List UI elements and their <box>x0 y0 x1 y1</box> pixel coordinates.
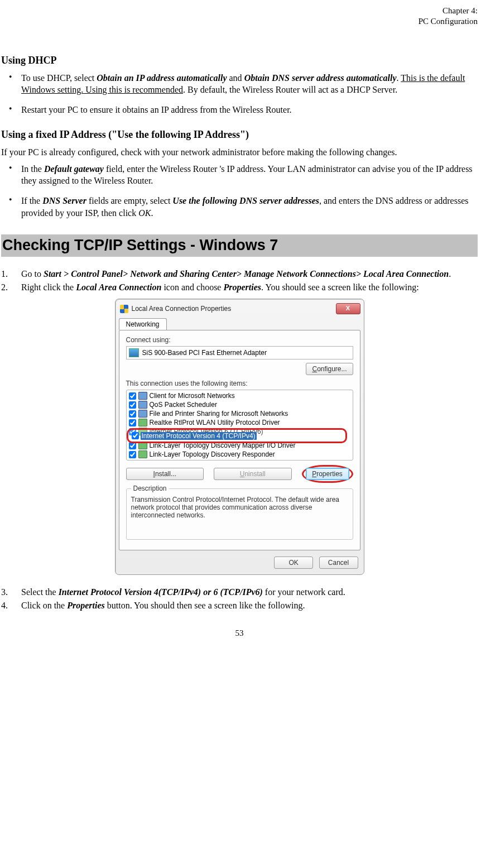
text: fields are empty, select <box>86 196 172 205</box>
service-icon <box>138 392 147 400</box>
highlight-ellipse: Properties <box>302 465 353 483</box>
items-label: This connection uses the following items… <box>126 380 353 387</box>
text: roperties <box>316 470 343 478</box>
dialog-footer: OK Cancel <box>116 551 364 574</box>
item-label: Link-Layer Topology Discovery Responder <box>150 450 350 458</box>
nic-icon <box>129 348 139 357</box>
list-item[interactable]: Client for Microsoft Networks <box>127 391 353 400</box>
text: and <box>227 73 244 83</box>
list-item: To use DHCP, select Obtain an IP address… <box>1 72 478 96</box>
step-number: 1. <box>1 268 18 280</box>
steps-list: 1. Go to Start > Control Panel> Network … <box>1 268 478 293</box>
using-fixed-ip-heading: Using a fixed IP Address ("Use the follo… <box>1 129 478 141</box>
step-number: 2. <box>1 281 18 294</box>
text: Right click the <box>21 282 76 292</box>
steps-list-continued: 3. Select the Internet Protocol Version … <box>1 586 478 611</box>
item-checkbox[interactable] <box>129 392 136 400</box>
text: P <box>312 470 316 478</box>
text: If the <box>21 196 42 205</box>
item-label: QoS Packet Scheduler <box>150 401 350 409</box>
item-label: Realtke RtlProt WLAN Utility Protocol Dr… <box>150 419 350 426</box>
list-item: 1. Go to Start > Control Panel> Network … <box>1 268 478 280</box>
tab-pane: Connect using: SiS 900-Based PCI Fast Et… <box>119 330 360 550</box>
text: Obtain an IP address automatically <box>97 73 227 83</box>
fixed-ip-intro: If your PC is already configured, check … <box>1 146 478 159</box>
ok-button[interactable]: OK <box>274 557 313 569</box>
dialog-figure: Local Area Connection Properties X Netwo… <box>1 299 478 575</box>
item-label[interactable]: Internet Protocol Version 4 (TCP/IPv4) <box>141 432 257 440</box>
fixed-ip-bullets: In the Default gateway field, enter the … <box>1 163 478 219</box>
text: Properties <box>67 601 105 610</box>
using-dhcp-heading: Using DHCP <box>1 55 478 66</box>
text: C <box>312 365 317 373</box>
close-button[interactable]: X <box>336 303 360 314</box>
properties-dialog: Local Area Connection Properties X Netwo… <box>115 299 364 575</box>
configure-button[interactable]: Configure... <box>306 363 353 375</box>
text: Click on the <box>21 601 67 610</box>
uninstall-button[interactable]: Uninstall <box>214 468 292 480</box>
text: To use DHCP, select <box>21 73 97 83</box>
item-buttons: Install... Uninstall Properties <box>126 465 353 483</box>
text: Internet Protocol Version 4(TCP/IPv4) or… <box>59 587 263 597</box>
text: DNS Server <box>42 196 86 205</box>
shield-icon <box>120 305 128 313</box>
text: . By default, the Wireless Router will a… <box>183 85 397 94</box>
service-icon <box>138 410 147 418</box>
highlight-box: Internet Protocol Version 4 (TCP/IPv4) <box>127 428 347 443</box>
list-item[interactable]: File and Printer Sharing for Microsoft N… <box>127 409 353 418</box>
item-label: Client for Microsoft Networks <box>150 392 350 400</box>
properties-button[interactable]: Properties <box>306 468 349 480</box>
text: ninstall <box>244 470 265 478</box>
connect-using-label: Connect using: <box>126 336 353 344</box>
dhcp-bullets: To use DHCP, select Obtain an IP address… <box>1 72 478 116</box>
connection-items-list[interactable]: Client for Microsoft Networks QoS Packet… <box>126 390 353 461</box>
checking-tcpip-heading: Checking TCP/IP Settings - Windows 7 <box>1 234 478 257</box>
list-item[interactable]: Link-Layer Topology Discovery Responder <box>127 450 353 459</box>
item-checkbox[interactable] <box>129 401 136 409</box>
list-item: Restart your PC to ensure it obtains an … <box>1 104 478 116</box>
text: Restart your PC to ensure it obtains an … <box>21 105 292 114</box>
text: . You should see a screen like the follo… <box>261 282 419 292</box>
item-checkbox[interactable] <box>129 451 136 458</box>
list-item[interactable]: Realtke RtlProt WLAN Utility Protocol Dr… <box>127 418 353 427</box>
text: In the <box>21 164 44 174</box>
page-number: 53 <box>1 629 478 638</box>
item-checkbox[interactable] <box>129 410 136 418</box>
chapter-subtitle: PC Configuration <box>1 16 478 27</box>
list-item[interactable]: QoS Packet Scheduler <box>127 400 353 409</box>
tab-strip: Networking <box>119 318 364 330</box>
list-item: In the Default gateway field, enter the … <box>1 163 478 187</box>
text: Start > Control Panel> Network and Shari… <box>44 269 449 279</box>
text: OK <box>138 208 151 218</box>
text: Obtain DNS server address automatically <box>244 73 397 83</box>
description-text: Transmission Control Protocol/Internet P… <box>131 496 348 519</box>
text: Properties <box>223 282 261 292</box>
text: Use the following DNS server addresses <box>172 196 319 205</box>
tab-networking[interactable]: Networking <box>119 318 167 330</box>
adapter-name: SiS 900-Based PCI Fast Ethernet Adapter <box>142 349 267 357</box>
list-item: 4. Click on the Properties button. You s… <box>1 600 478 612</box>
item-checkbox[interactable] <box>132 432 139 439</box>
dialog-title: Local Area Connection Properties <box>132 305 336 313</box>
page-header: Chapter 4: PC Configuration <box>1 6 478 27</box>
text: Go to <box>21 269 44 279</box>
text: . <box>151 208 153 218</box>
adapter-box[interactable]: SiS 900-Based PCI Fast Ethernet Adapter <box>126 346 353 359</box>
step-number: 3. <box>1 586 18 598</box>
text: nstall... <box>155 470 176 478</box>
cancel-button[interactable]: Cancel <box>319 557 358 569</box>
chapter-line: Chapter 4: <box>1 6 478 16</box>
text: button. You should then see a screen lik… <box>105 601 305 610</box>
list-item: If the DNS Server fields are empty, sele… <box>1 195 478 219</box>
text: . <box>449 269 451 279</box>
description-box: Description Transmission Control Protoco… <box>126 488 353 540</box>
text: icon and choose <box>161 282 223 292</box>
install-button[interactable]: Install... <box>126 468 204 480</box>
text: Default gateway <box>44 164 104 174</box>
service-icon <box>138 401 147 409</box>
item-label: File and Printer Sharing for Microsoft N… <box>150 410 350 418</box>
step-number: 4. <box>1 600 18 612</box>
text: Select the <box>21 587 59 597</box>
text: onfigure... <box>317 365 347 373</box>
item-checkbox[interactable] <box>129 419 136 426</box>
